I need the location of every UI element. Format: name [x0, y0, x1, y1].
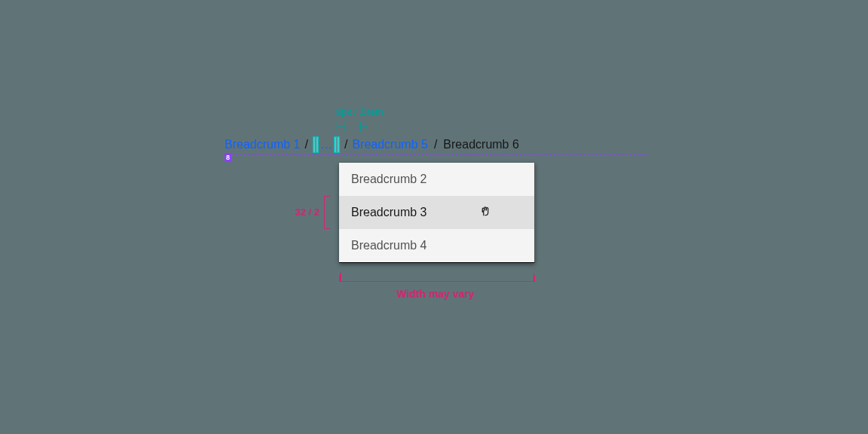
- row-height-measure: [324, 196, 330, 229]
- overflow-item-label: Breadcrumb 3: [351, 206, 427, 219]
- overflow-item-label: Breadcrumb 4: [351, 239, 427, 252]
- overflow-item-4[interactable]: Breadcrumb 4: [339, 229, 534, 262]
- breadcrumb-separator: /: [301, 138, 313, 151]
- row-height-label: 32 / 2: [289, 206, 319, 218]
- breadcrumb-overflow-menu[interactable]: Breadcrumb 2 Breadcrumb 3 Breadcrumb 4: [339, 163, 535, 263]
- gap-highlight-right: [334, 136, 340, 153]
- pointer-cursor-icon: [478, 203, 492, 221]
- breadcrumb-separator: /: [340, 138, 352, 151]
- overflow-item-3[interactable]: Breadcrumb 3: [339, 196, 534, 229]
- overflow-item-label: Breadcrumb 2: [351, 173, 427, 186]
- breadcrumb-overflow-ellipsis[interactable]: …: [319, 138, 334, 151]
- breadcrumb-item-current: Breadcrumb 6: [443, 138, 519, 151]
- gap-ibar-right: [360, 122, 368, 131]
- width-measure: [339, 276, 535, 282]
- breadcrumb-spec-diagram: 8px / .5rem Breadcrumb 1 / … / Breadcrum…: [225, 136, 646, 154]
- gap-spacing-label: 8px / .5rem: [336, 107, 384, 118]
- gap-highlight-left: [313, 136, 319, 153]
- breadcrumb-item-1[interactable]: Breadcrumb 1: [225, 138, 301, 151]
- breadcrumb-item-5[interactable]: Breadcrumb 5: [352, 138, 428, 151]
- breadcrumb-row: Breadcrumb 1 / … / Breadcrumb 5 / Breadc…: [225, 136, 646, 154]
- gap-ibar-left: [337, 122, 344, 131]
- breadcrumb-separator: /: [428, 138, 443, 151]
- overflow-item-2[interactable]: Breadcrumb 2: [339, 163, 534, 196]
- baseline-guide: [225, 154, 646, 154]
- width-label: Width may vary: [396, 288, 474, 300]
- baseline-badge: 8: [225, 153, 231, 162]
